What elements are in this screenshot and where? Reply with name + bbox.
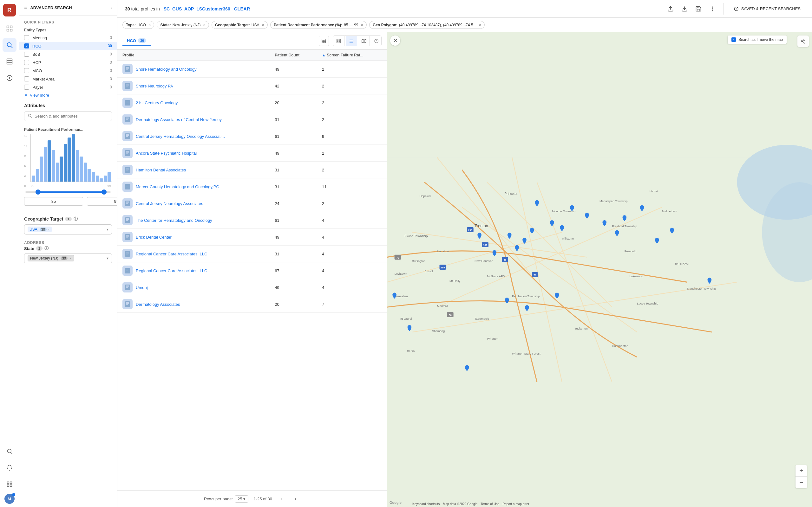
profile-name-link[interactable]: Central Jersey Hematology Oncology Assoc…	[136, 134, 225, 139]
database-name[interactable]: SC_GUS_AOP_LSCustomer360	[164, 6, 230, 11]
report-error-link[interactable]: Report a map error	[502, 502, 529, 506]
zoom-out-btn[interactable]: −	[796, 476, 807, 488]
filter-checkbox-bob[interactable]	[24, 52, 29, 57]
profile-name-link[interactable]: The Center for Hematology and Oncology	[136, 218, 212, 223]
profile-name-link[interactable]: Hamilton Dental Associates	[136, 168, 186, 172]
chart-bars	[31, 134, 112, 182]
filter-checkbox-hcp[interactable]	[24, 60, 29, 65]
cell-screen-failure: 2	[317, 78, 387, 95]
filter-item-mco[interactable]: MCO 0	[19, 66, 117, 75]
filter-item-hcp[interactable]: HCP 0	[19, 58, 117, 66]
cell-screen-failure: 2	[317, 195, 387, 212]
view-more-btn[interactable]: ▼ View more	[19, 91, 117, 99]
search-bottom-icon[interactable]	[3, 444, 16, 458]
chip-geo-remove[interactable]: ×	[262, 22, 264, 27]
slider-thumb-right[interactable]	[101, 189, 107, 194]
profile-name-link[interactable]: Mercer County Hematology and Oncology,PC	[136, 184, 219, 189]
profile-name-link[interactable]: Central Jersey Neurology Associates	[136, 201, 203, 206]
pagination-bar: Rows per page: 25 ▾ 1-25 of 30 ‹ ›	[117, 490, 387, 507]
clear-button[interactable]: CLEAR	[234, 6, 250, 11]
filter-checkbox-hco[interactable]	[24, 43, 29, 49]
filter-checkbox-meeting[interactable]	[24, 35, 29, 40]
svg-rect-93	[126, 270, 130, 270]
state-remove-btn[interactable]: ×	[70, 257, 72, 260]
plus-nav-icon[interactable]	[3, 71, 16, 85]
range-max-input[interactable]	[87, 197, 117, 206]
chip-polygon-remove[interactable]: ×	[479, 22, 481, 27]
geo-target-title: Geographic Target 1 ⓘ	[24, 216, 112, 222]
profile-name-link[interactable]: Dermatology Associates	[136, 302, 180, 307]
chip-recruitment-remove[interactable]: ×	[361, 22, 363, 27]
filter-item-meeting[interactable]: Meeting 0	[19, 34, 117, 42]
profile-name-link[interactable]: Dermatology Associates of Central New Je…	[136, 117, 222, 122]
attributes-search-input[interactable]	[35, 114, 108, 118]
profile-name-link[interactable]: Regional Cancer Care Associates, LLC	[136, 251, 207, 257]
keyboard-shortcuts-link[interactable]: Keyboard shortcuts	[412, 502, 440, 506]
cell-screen-failure: 2	[317, 162, 387, 178]
geo-remove-btn[interactable]: ×	[48, 228, 50, 231]
bell-icon[interactable]	[3, 461, 16, 475]
profile-name-link[interactable]: Regional Cancer Care Associates, LLC	[136, 268, 207, 273]
next-page-btn[interactable]: ›	[291, 494, 300, 503]
filter-item-payer[interactable]: Payer 0	[19, 83, 117, 91]
state-dropdown-chevron: ▾	[107, 256, 108, 261]
profile-name-link[interactable]: 21st Century Oncology	[136, 101, 177, 105]
filter-item-market-area[interactable]: Market Area 0	[19, 75, 117, 83]
state-dropdown[interactable]: New Jersey (NJ) 30 × ▾	[24, 253, 112, 263]
terms-link[interactable]: Terms of Use	[480, 502, 499, 506]
share-map-btn[interactable]	[798, 36, 809, 47]
filter-lines-icon: ≡	[24, 5, 27, 11]
column-chooser-btn[interactable]	[319, 36, 329, 46]
saved-searches-button[interactable]: SAVED & RECENT SEARCHES	[730, 4, 804, 13]
search-move-checkbox[interactable]: ✓	[731, 38, 736, 42]
svg-rect-80	[126, 218, 130, 219]
filter-checkbox-mco[interactable]	[24, 68, 29, 73]
geo-target-dropdown[interactable]: USA 30 × ▾	[24, 224, 112, 234]
close-map-btn[interactable]: ✕	[390, 36, 400, 46]
filter-item-bob[interactable]: BoB 0	[19, 50, 117, 58]
chip-state-remove[interactable]: ×	[203, 22, 206, 27]
dashboard-icon[interactable]	[3, 21, 16, 36]
tab-hco-badge: 30	[138, 38, 146, 43]
zoom-in-btn[interactable]: +	[796, 465, 807, 476]
search-nav-icon[interactable]	[3, 38, 16, 52]
profile-name-link[interactable]: Umdnj	[136, 285, 148, 290]
chip-geo-target: Geographic Target: USA ×	[212, 21, 268, 29]
table-panel: HCO 30	[117, 32, 387, 507]
profile-name-link[interactable]: Shore Neurology PA	[136, 83, 173, 89]
svg-rect-30	[337, 39, 338, 40]
profile-name-link[interactable]: Shore Hematology and Oncology	[136, 67, 197, 72]
map-attribution: Keyboard shortcuts Map data ©2022 Google…	[412, 502, 529, 506]
map-view-btn[interactable]	[358, 36, 370, 46]
rows-per-page-select[interactable]: 25 ▾	[235, 495, 248, 503]
logo-icon[interactable]: R	[3, 4, 16, 16]
list-nav-icon[interactable]	[3, 55, 16, 68]
info-btn[interactable]	[371, 36, 381, 46]
prev-page-btn[interactable]: ‹	[277, 494, 286, 503]
more-options-icon-btn[interactable]	[707, 3, 718, 14]
map-search-checkbox[interactable]: ✓ Search as I move the map	[728, 36, 786, 44]
filter-item-hco[interactable]: HCO 30	[19, 42, 117, 50]
cell-patient-count: 20	[270, 296, 317, 313]
card-view-btn[interactable]	[333, 36, 345, 46]
svg-rect-58	[126, 119, 129, 120]
svg-rect-26	[322, 39, 326, 43]
profile-name-link[interactable]: Ancora State Psychiatric Hospital	[136, 151, 197, 156]
tab-hco[interactable]: HCO 30	[122, 37, 151, 46]
upload-icon-btn[interactable]	[665, 3, 676, 14]
profile-name-link[interactable]: Brick Dental Center	[136, 235, 171, 239]
attributes-search-box[interactable]	[24, 111, 112, 121]
range-slider[interactable]	[24, 189, 112, 194]
filter-checkbox-payer[interactable]	[24, 84, 29, 90]
table-view-btn[interactable]	[346, 36, 357, 46]
download-icon-btn[interactable]	[679, 3, 690, 14]
filter-checkbox-market-area[interactable]	[24, 76, 29, 81]
slider-thumb-left[interactable]	[36, 189, 41, 194]
advanced-search-header[interactable]: ≡ ADVANCED SEARCH ›	[19, 0, 117, 16]
filter-chips-bar: Type: HCO × State: New Jersey (NJ) × Geo…	[117, 18, 812, 32]
svg-text:Ewing Township: Ewing Township	[404, 234, 428, 238]
save-icon-btn[interactable]	[693, 3, 704, 14]
grid-bottom-icon[interactable]	[3, 477, 16, 491]
chip-type-remove[interactable]: ×	[148, 22, 151, 27]
range-min-input[interactable]	[24, 197, 83, 206]
